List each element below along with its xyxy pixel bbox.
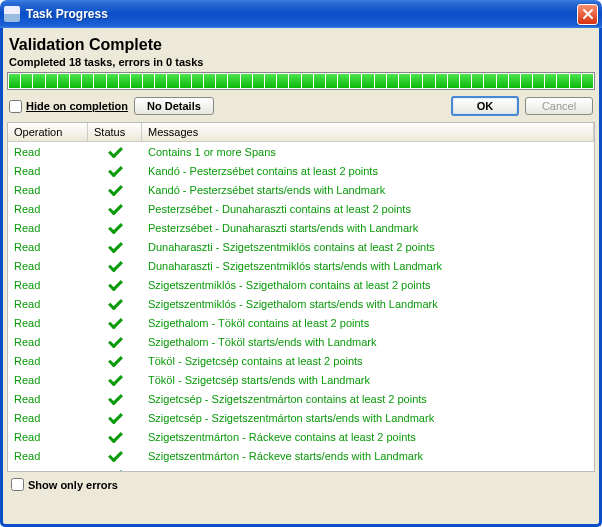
cell-message: Szigetszentmiklós - Szigethalom contains…	[142, 279, 594, 291]
cell-status	[88, 203, 142, 215]
progress-segment	[33, 74, 44, 88]
show-only-errors-checkbox[interactable]: Show only errors	[11, 478, 118, 491]
check-icon	[107, 393, 123, 405]
table-row[interactable]: ReadSzigetszentmárton - Ráckeve starts/e…	[8, 446, 594, 465]
table-row[interactable]: ReadTököl - Szigetcsép starts/ends with …	[8, 370, 594, 389]
table-row[interactable]: ReadSzigetszentmiklós - Szigethalom cont…	[8, 275, 594, 294]
check-icon	[107, 469, 123, 472]
results-table: Operation Status Messages ReadContains 1…	[7, 122, 595, 472]
check-icon	[107, 279, 123, 291]
cell-status	[88, 184, 142, 196]
progress-segment	[484, 74, 495, 88]
progress-segment	[472, 74, 483, 88]
progress-segment	[131, 74, 142, 88]
show-only-errors-input[interactable]	[11, 478, 24, 491]
progress-segment	[216, 74, 227, 88]
progress-segment	[326, 74, 337, 88]
column-header-status[interactable]: Status	[88, 123, 142, 141]
table-row[interactable]: ReadSzigetszentmiklós - Szigethalom star…	[8, 294, 594, 313]
ok-button[interactable]: OK	[451, 96, 519, 116]
progress-segment	[387, 74, 398, 88]
cell-message: Szigetszentmárton - Ráckeve contains at …	[142, 431, 594, 443]
table-row[interactable]: ReadKandó - Pesterzsébet starts/ends wit…	[8, 180, 594, 199]
cell-status	[88, 355, 142, 367]
progress-segment	[448, 74, 459, 88]
column-header-messages[interactable]: Messages	[142, 123, 594, 141]
progress-segment	[58, 74, 69, 88]
cell-message: Dunaharaszti - Szigetszentmiklós starts/…	[142, 260, 594, 272]
table-row[interactable]: ReadSzigethalom - Tököl starts/ends with…	[8, 332, 594, 351]
cell-message: Pesterzsébet - Dunaharaszti starts/ends …	[142, 222, 594, 234]
table-row[interactable]: ReadDunaharaszti - Szigetszentmiklós con…	[8, 237, 594, 256]
table-row[interactable]: ReadTököl - Szigetcsép contains at least…	[8, 351, 594, 370]
cell-operation: Read	[8, 241, 88, 253]
table-body: ReadContains 1 or more SpansReadKandó - …	[8, 142, 594, 471]
progress-segment	[21, 74, 32, 88]
cell-operation: Read	[8, 450, 88, 462]
progress-segment	[314, 74, 325, 88]
cell-operation: Read	[8, 336, 88, 348]
close-icon	[582, 8, 594, 20]
progress-segment	[545, 74, 556, 88]
table-row[interactable]: ReadSzigetcsép - Szigetszentmárton start…	[8, 408, 594, 427]
show-only-errors-label: Show only errors	[28, 479, 118, 491]
cell-status	[88, 317, 142, 329]
check-icon	[107, 336, 123, 348]
progress-segment	[192, 74, 203, 88]
progress-segment	[167, 74, 178, 88]
cancel-button[interactable]: Cancel	[525, 97, 593, 115]
progress-segment	[204, 74, 215, 88]
progress-segment	[9, 74, 20, 88]
cell-message: Szigetszentmárton - Ráckeve starts/ends …	[142, 450, 594, 462]
table-row[interactable]: ReadPesterzsébet - Dunaharaszti starts/e…	[8, 218, 594, 237]
check-icon	[107, 431, 123, 443]
table-row[interactable]: ReadContains 1 or more Spans	[8, 142, 594, 161]
page-subheading: Completed 18 tasks, errors in 0 tasks	[7, 56, 595, 72]
cell-operation: Read	[8, 279, 88, 291]
check-icon	[107, 203, 123, 215]
cell-message: Kandó - Pesterzsébet contains at least 2…	[142, 165, 594, 177]
hide-on-completion-input[interactable]	[9, 100, 22, 113]
cell-status	[88, 146, 142, 158]
table-row[interactable]: ReadSzigethalom - Tököl contains at leas…	[8, 313, 594, 332]
progress-segment	[533, 74, 544, 88]
check-icon	[107, 184, 123, 196]
app-icon	[4, 6, 20, 22]
cell-operation: Read	[8, 317, 88, 329]
no-details-button[interactable]: No Details	[134, 97, 214, 115]
table-row[interactable]: ReadDunaharaszti - Szigetszentmiklós sta…	[8, 256, 594, 275]
table-row[interactable]: ReadPesterzsébet - Dunaharaszti contains…	[8, 199, 594, 218]
check-icon	[107, 374, 123, 386]
progress-segment	[411, 74, 422, 88]
window-titlebar: Task Progress	[0, 0, 602, 28]
check-icon	[107, 317, 123, 329]
cell-message: Tököl - Szigetcsép contains at least 2 p…	[142, 355, 594, 367]
progress-segment	[155, 74, 166, 88]
table-row[interactable]: ReadSzigetszentmárton - Ráckeve contains…	[8, 427, 594, 446]
progress-segment	[497, 74, 508, 88]
check-icon	[107, 222, 123, 234]
progress-segment	[509, 74, 520, 88]
cell-status	[88, 165, 142, 177]
cell-message: Tököl - Szigetcsép starts/ends with Land…	[142, 374, 594, 386]
cell-operation: Read	[8, 412, 88, 424]
table-row[interactable]: ReadValidate Full Path	[8, 465, 594, 471]
table-row[interactable]: ReadKandó - Pesterzsébet contains at lea…	[8, 161, 594, 180]
progress-segment	[228, 74, 239, 88]
close-button[interactable]	[577, 4, 598, 25]
cell-operation: Read	[8, 374, 88, 386]
cell-message: Dunaharaszti - Szigetszentmiklós contain…	[142, 241, 594, 253]
progress-segment	[119, 74, 130, 88]
cell-operation: Read	[8, 431, 88, 443]
hide-on-completion-checkbox[interactable]: Hide on completion	[9, 100, 128, 113]
column-header-operation[interactable]: Operation	[8, 123, 88, 141]
progress-segment	[302, 74, 313, 88]
progress-bar	[7, 72, 595, 90]
progress-segment	[436, 74, 447, 88]
cell-message: Szigetszentmiklós - Szigethalom starts/e…	[142, 298, 594, 310]
check-icon	[107, 412, 123, 424]
cell-status	[88, 450, 142, 462]
cell-operation: Read	[8, 184, 88, 196]
progress-segment	[70, 74, 81, 88]
table-row[interactable]: ReadSzigetcsép - Szigetszentmárton conta…	[8, 389, 594, 408]
